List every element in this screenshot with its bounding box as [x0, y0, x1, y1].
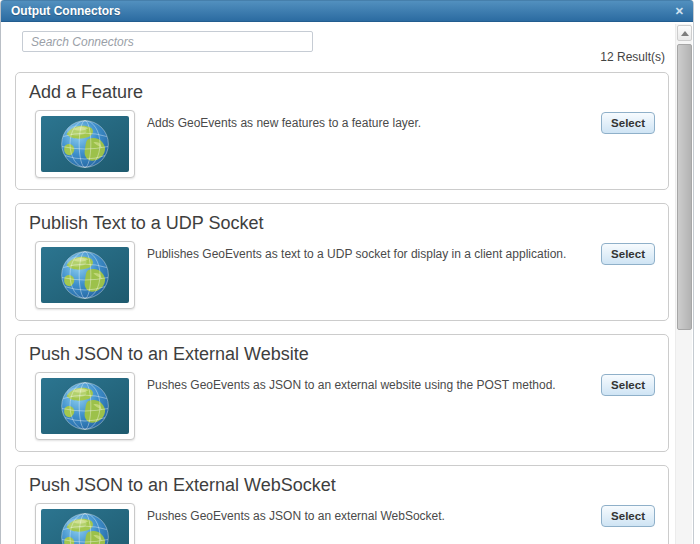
globe-icon: [41, 509, 129, 544]
globe-icon: [41, 247, 129, 303]
connector-title: Push JSON to an External WebSocket: [29, 475, 336, 496]
results-count: 12 Result(s): [600, 50, 665, 64]
connector-card: Add a Feature: [15, 72, 669, 190]
globe-icon: [41, 378, 129, 434]
globe-icon: [41, 116, 129, 172]
connector-description: Adds GeoEvents as new features to a feat…: [147, 116, 421, 130]
search-input[interactable]: [22, 31, 313, 52]
connector-title: Push JSON to an External Website: [29, 344, 309, 365]
select-button[interactable]: Select: [601, 374, 655, 396]
dialog-title: Output Connectors: [11, 1, 120, 21]
vertical-scrollbar[interactable]: [675, 24, 692, 544]
connector-thumbnail: [35, 503, 135, 544]
scrollbar-up-icon: [681, 31, 689, 36]
connector-list: Add a Feature: [15, 72, 669, 544]
select-button[interactable]: Select: [601, 112, 655, 134]
connector-card: Publish Text to a UDP Socket: [15, 203, 669, 321]
scrollbar-up-button[interactable]: [677, 25, 692, 41]
close-icon[interactable]: ✕: [675, 1, 684, 21]
connector-description: Pushes GeoEvents as JSON to an external …: [147, 378, 556, 392]
page: Output Connectors ✕ 12 Result(s) Add a F…: [0, 0, 700, 544]
connector-title: Add a Feature: [29, 82, 143, 103]
connector-title: Publish Text to a UDP Socket: [29, 213, 263, 234]
connector-thumbnail: [35, 241, 135, 309]
connector-card: Push JSON to an External WebSocket: [15, 465, 669, 544]
connector-thumbnail: [35, 110, 135, 178]
connector-description: Publishes GeoEvents as text to a UDP soc…: [147, 247, 566, 261]
scrollbar-thumb[interactable]: [677, 44, 692, 330]
select-button[interactable]: Select: [601, 243, 655, 265]
output-connectors-dialog: Output Connectors ✕ 12 Result(s) Add a F…: [0, 0, 694, 544]
connector-card: Push JSON to an External Website: [15, 334, 669, 452]
select-button[interactable]: Select: [601, 505, 655, 527]
connector-description: Pushes GeoEvents as JSON to an external …: [147, 509, 445, 523]
dialog-titlebar[interactable]: Output Connectors ✕: [1, 0, 693, 22]
connector-thumbnail: [35, 372, 135, 440]
